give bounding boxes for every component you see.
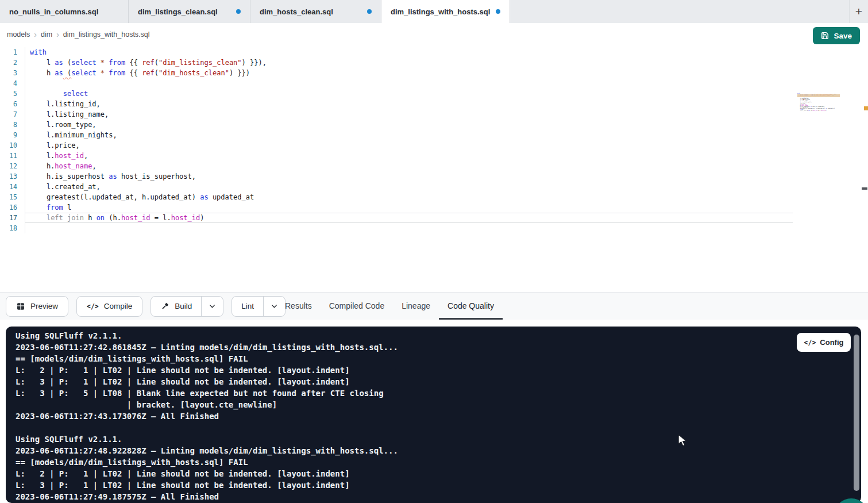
lint-button-label: Lint bbox=[241, 302, 254, 310]
panel-tab-bar: Results Compiled Code Lineage Code Quali… bbox=[276, 292, 503, 320]
file-tab-dim-listings-with-hosts[interactable]: dim_listings_with_hosts.sql bbox=[381, 0, 510, 23]
code-lines[interactable]: 1with2 l as (select * from {{ ref("dim_l… bbox=[0, 47, 793, 233]
file-tab-dim-hosts-clean[interactable]: dim_hosts_clean.sql bbox=[250, 0, 381, 23]
line-number: 13 bbox=[0, 171, 17, 182]
line-number: 2 bbox=[0, 57, 17, 68]
sql-editor[interactable]: 1with2 l as (select * from {{ ref("dim_l… bbox=[0, 46, 868, 292]
editor-scrollbar-thumb[interactable] bbox=[862, 187, 867, 190]
terminal-line: 2023-06-06T11:27:42.861845Z — Linting mo… bbox=[16, 341, 861, 353]
panel-tab-code-quality[interactable]: Code Quality bbox=[439, 292, 503, 320]
terminal-line: == [models/dim/dim_listings_with_hosts.s… bbox=[16, 456, 861, 468]
code-line[interactable]: 9 l.minimum_nights, bbox=[0, 130, 793, 140]
line-number: 12 bbox=[0, 161, 17, 171]
line-number: 1 bbox=[0, 47, 17, 57]
breadcrumb-item-dim[interactable]: dim bbox=[41, 30, 52, 39]
breadcrumb: models › dim › dim_listings_with_hosts.s… bbox=[7, 23, 150, 46]
line-number: 18 bbox=[0, 223, 17, 233]
code-line[interactable]: 12 h.host_name, bbox=[0, 161, 793, 171]
code-line[interactable]: 8 l.room_type, bbox=[0, 120, 793, 130]
terminal-line: L: 3 | P: 5 | LT08 | Blank line expected… bbox=[16, 387, 861, 399]
code-line[interactable]: 13 h.is_superhost as host_is_superhost, bbox=[0, 171, 793, 182]
panel-tab-label: Lineage bbox=[402, 301, 430, 310]
terminal-line: 2023-06-06T11:27:48.922828Z — Linting mo… bbox=[16, 445, 861, 456]
file-tab-label: dim_listings_with_hosts.sql bbox=[391, 7, 490, 16]
compile-button[interactable]: </> Compile bbox=[76, 296, 142, 317]
code-line[interactable]: 2 l as (select * from {{ ref("dim_listin… bbox=[0, 57, 793, 68]
terminal-line: L: 3 | P: 1 | LT02 | Line should not be … bbox=[16, 376, 861, 387]
code-line[interactable]: 3 h as (select * from {{ ref("dim_hosts_… bbox=[0, 68, 793, 78]
terminal-line: Using SQLFluff v2.1.1. bbox=[16, 433, 861, 445]
code-brackets-icon: </> bbox=[804, 339, 816, 347]
dbt-ide-window: no_nulls_in_columns.sql dim_listings_cle… bbox=[0, 0, 868, 503]
terminal-line: | bracket. [layout.cte_newline] bbox=[16, 399, 861, 410]
line-number: 6 bbox=[0, 99, 17, 109]
terminal-line: 2023-06-06T11:27:43.173076Z — All Finish… bbox=[16, 410, 861, 422]
code-line[interactable]: 18 bbox=[0, 223, 793, 233]
chevron-right-icon: › bbox=[56, 30, 59, 39]
file-tab-label: no_nulls_in_columns.sql bbox=[9, 7, 98, 16]
terminal-line: L: 2 | P: 1 | LT02 | Line should not be … bbox=[16, 468, 861, 479]
code-line[interactable]: 16 from l bbox=[0, 202, 793, 213]
preview-button[interactable]: Preview bbox=[6, 296, 68, 317]
line-number: 10 bbox=[0, 140, 17, 151]
terminal-line: L: 2 | P: 1 | LT02 | Line should not be … bbox=[16, 364, 861, 376]
config-button-label: Config bbox=[820, 338, 843, 347]
file-tab-no-nulls-in-columns[interactable]: no_nulls_in_columns.sql bbox=[0, 0, 129, 23]
line-number: 11 bbox=[0, 151, 17, 161]
line-number: 15 bbox=[0, 192, 17, 202]
code-line[interactable]: 5 select bbox=[0, 89, 793, 99]
line-number: 17 bbox=[0, 213, 17, 223]
panel-tab-compiled-code[interactable]: Compiled Code bbox=[321, 292, 394, 320]
save-button[interactable]: Save bbox=[813, 27, 860, 44]
code-line[interactable]: 11 l.host_id, bbox=[0, 151, 793, 161]
modified-dot-icon bbox=[496, 9, 500, 14]
chevron-down-icon bbox=[209, 302, 216, 310]
code-line[interactable]: 1with bbox=[0, 47, 793, 57]
build-button[interactable]: Build bbox=[151, 297, 202, 316]
terminal-scrollbar-thumb[interactable] bbox=[854, 335, 859, 491]
code-line[interactable]: 14 l.created_at, bbox=[0, 182, 793, 192]
build-button-label: Build bbox=[175, 302, 192, 310]
overview-ruler-warning-marker bbox=[864, 106, 868, 110]
save-button-label: Save bbox=[834, 32, 852, 40]
line-number: 8 bbox=[0, 120, 17, 130]
terminal-line: L: 3 | P: 1 | LT02 | Line should not be … bbox=[16, 479, 861, 491]
panel-tab-lineage[interactable]: Lineage bbox=[393, 292, 439, 320]
breadcrumb-item-models[interactable]: models bbox=[7, 30, 30, 39]
panel-tab-results[interactable]: Results bbox=[276, 292, 321, 320]
line-number: 7 bbox=[0, 109, 17, 120]
preview-button-label: Preview bbox=[30, 302, 58, 310]
build-dropdown-button[interactable] bbox=[202, 297, 223, 316]
line-number: 3 bbox=[0, 68, 17, 78]
minimap-highlight-band bbox=[797, 94, 840, 97]
code-line[interactable]: 7 l.listing_name, bbox=[0, 109, 793, 120]
compile-button-label: Compile bbox=[104, 302, 133, 310]
modified-dot-icon bbox=[367, 9, 372, 14]
code-line[interactable]: 4 bbox=[0, 78, 793, 89]
table-grid-icon bbox=[16, 302, 25, 311]
editor-tab-bar: no_nulls_in_columns.sql dim_listings_cle… bbox=[0, 0, 868, 23]
panel-tab-label: Results bbox=[285, 301, 312, 310]
code-line[interactable]: 17 left join h on (h.host_id = l.host_id… bbox=[0, 213, 793, 223]
breadcrumb-item-file: dim_listings_with_hosts.sql bbox=[63, 30, 150, 39]
line-number: 5 bbox=[0, 89, 17, 99]
code-line[interactable]: 15 greatest(l.updated_at, h.updated_at) … bbox=[0, 192, 793, 202]
code-brackets-icon: </> bbox=[87, 302, 99, 310]
floppy-disk-icon bbox=[821, 32, 829, 40]
terminal-line: 2023-06-06T11:27:49.187575Z — All Finish… bbox=[16, 491, 861, 502]
panel-tab-label: Compiled Code bbox=[329, 301, 385, 310]
terminal-line: Using SQLFluff v2.1.1. bbox=[16, 330, 861, 341]
code-line[interactable]: 6 l.listing_id, bbox=[0, 99, 793, 109]
file-tab-dim-listings-clean[interactable]: dim_listings_clean.sql bbox=[129, 0, 250, 23]
config-button[interactable]: </> Config bbox=[797, 333, 851, 352]
new-tab-button[interactable]: + bbox=[849, 0, 868, 23]
line-number: 14 bbox=[0, 182, 17, 192]
chevron-right-icon: › bbox=[34, 30, 37, 39]
build-split-button: Build bbox=[151, 296, 223, 317]
code-line[interactable]: 10 l.price, bbox=[0, 140, 793, 151]
lint-button[interactable]: Lint bbox=[232, 297, 264, 316]
line-number: 4 bbox=[0, 78, 17, 89]
file-tab-label: dim_hosts_clean.sql bbox=[260, 7, 333, 16]
line-number: 9 bbox=[0, 130, 17, 140]
lint-output-terminal[interactable]: Using SQLFluff v2.1.1.2023-06-06T11:27:4… bbox=[6, 327, 861, 503]
